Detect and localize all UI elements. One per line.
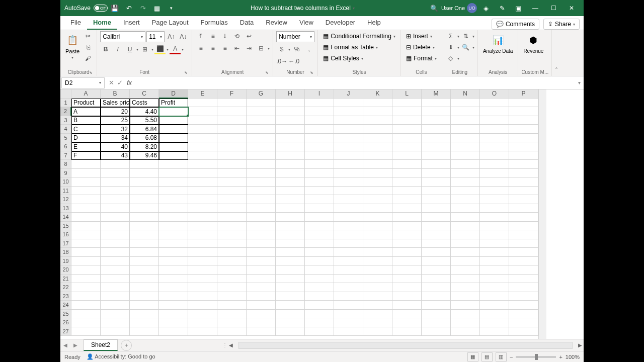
cell[interactable] [305, 230, 334, 239]
cell[interactable]: 5.50 [130, 116, 159, 125]
cell[interactable] [509, 248, 538, 257]
cell[interactable] [363, 230, 392, 239]
row-header[interactable]: 23 [60, 292, 71, 301]
cell[interactable]: 6.08 [130, 134, 159, 143]
cell[interactable] [451, 265, 480, 275]
cell[interactable] [422, 222, 451, 231]
cell[interactable] [130, 177, 159, 187]
cell[interactable] [159, 142, 188, 151]
horizontal-scrollbar[interactable] [238, 342, 573, 349]
cell[interactable] [130, 257, 159, 266]
cell[interactable] [247, 125, 276, 134]
cell[interactable] [247, 318, 276, 327]
cell[interactable] [392, 310, 422, 319]
cell[interactable] [188, 195, 217, 204]
cell[interactable] [392, 99, 422, 108]
vertical-scrollbar[interactable] [538, 89, 546, 339]
cell[interactable] [71, 327, 101, 336]
format-as-table-button[interactable]: ▦Format as Table▾ [321, 42, 380, 52]
analyze-data-button[interactable]: 📊 Analyze Data [481, 31, 515, 56]
cell[interactable] [71, 177, 101, 187]
cell[interactable] [217, 327, 247, 336]
underline-button[interactable]: U [124, 44, 135, 54]
column-header[interactable]: C [130, 89, 159, 99]
cell[interactable] [363, 318, 392, 327]
cell[interactable] [363, 107, 392, 116]
cell[interactable] [276, 142, 305, 151]
currency-icon[interactable]: $ [276, 44, 287, 54]
cell[interactable] [480, 257, 509, 266]
cell[interactable] [188, 204, 217, 213]
cell[interactable] [392, 142, 422, 151]
qat-icon[interactable]: ▦ [151, 2, 163, 14]
cell[interactable] [509, 327, 538, 336]
decrease-indent-icon[interactable]: ⇤ [231, 43, 243, 53]
cell[interactable] [188, 160, 217, 169]
cell[interactable]: 6.84 [130, 125, 159, 134]
cell[interactable] [305, 160, 334, 169]
cell[interactable] [480, 222, 509, 231]
cell[interactable] [188, 222, 217, 231]
cell[interactable] [334, 275, 363, 284]
cell[interactable] [305, 99, 334, 108]
cell[interactable] [451, 204, 480, 213]
cell[interactable] [247, 275, 276, 284]
cell[interactable] [217, 301, 247, 310]
find-icon[interactable]: 🔍 [460, 42, 471, 52]
cell[interactable] [451, 142, 480, 151]
cell[interactable] [276, 187, 305, 196]
cell[interactable] [363, 151, 392, 160]
row-header[interactable]: 20 [60, 265, 71, 275]
fill-icon[interactable]: ⬇ [445, 42, 456, 52]
cell[interactable] [509, 230, 538, 239]
tab-formulas[interactable]: Formulas [195, 16, 234, 30]
cell[interactable] [480, 301, 509, 310]
cell[interactable] [509, 99, 538, 108]
cell[interactable] [363, 301, 392, 310]
cell[interactable] [363, 222, 392, 231]
font-color-icon[interactable]: A [170, 44, 181, 54]
format-cells-button[interactable]: ▦Format▾ [404, 53, 439, 63]
cell[interactable] [71, 230, 101, 239]
cell[interactable] [217, 222, 247, 231]
cell[interactable] [480, 318, 509, 327]
cell[interactable] [130, 213, 159, 222]
cell[interactable] [363, 292, 392, 301]
cell[interactable] [276, 107, 305, 116]
cell[interactable] [276, 177, 305, 187]
cell[interactable] [217, 99, 247, 108]
cell[interactable] [451, 283, 480, 292]
revenue-button[interactable]: ⬢ Revenue [521, 31, 545, 56]
window-icon[interactable]: ▣ [512, 2, 524, 14]
cell[interactable] [159, 222, 188, 231]
cell[interactable] [451, 222, 480, 231]
cell[interactable] [71, 292, 101, 301]
cell[interactable] [217, 230, 247, 239]
row-header[interactable]: 6 [60, 142, 71, 151]
cell[interactable] [509, 283, 538, 292]
cell[interactable] [188, 151, 217, 160]
cell[interactable] [334, 230, 363, 239]
cell[interactable] [247, 327, 276, 336]
cell[interactable] [451, 169, 480, 178]
cell[interactable] [305, 195, 334, 204]
cell[interactable] [276, 116, 305, 125]
cell[interactable] [130, 327, 159, 336]
cell[interactable] [188, 275, 217, 284]
cell[interactable] [276, 257, 305, 266]
cell[interactable] [247, 160, 276, 169]
cell[interactable] [422, 327, 451, 336]
cell[interactable] [334, 125, 363, 134]
row-header[interactable]: 7 [60, 151, 71, 160]
cell[interactable] [480, 142, 509, 151]
launcher-icon[interactable]: ⬊ [310, 70, 313, 75]
row-header[interactable]: 1 [60, 99, 71, 108]
cell[interactable] [363, 116, 392, 125]
cell[interactable] [334, 318, 363, 327]
cell[interactable]: 40 [101, 142, 130, 151]
cell[interactable] [217, 318, 247, 327]
cell[interactable] [334, 327, 363, 336]
cell[interactable] [480, 99, 509, 108]
cell[interactable] [392, 107, 422, 116]
cell[interactable] [101, 301, 130, 310]
